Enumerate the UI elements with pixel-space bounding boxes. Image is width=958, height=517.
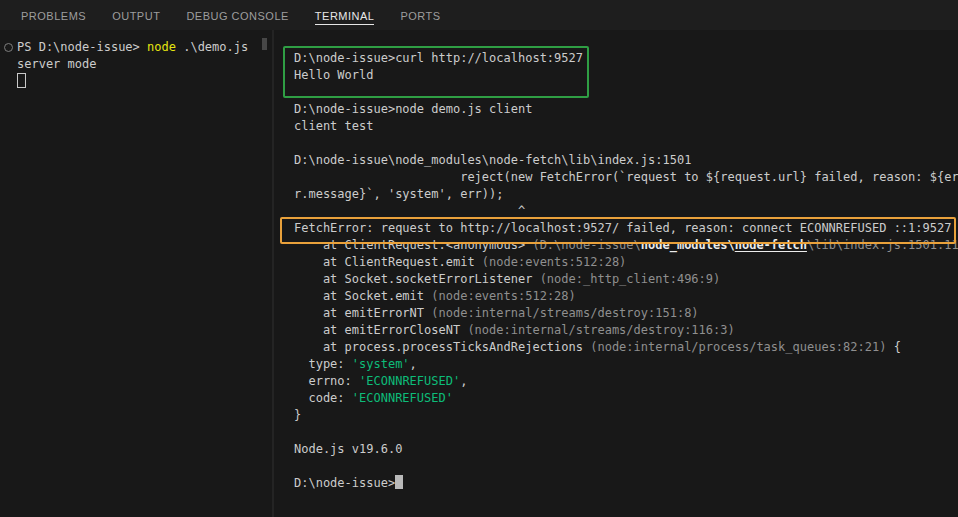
terminal-line: at emitErrorCloseNT (node:internal/strea… [294,322,958,339]
terminal-line: Node.js v19.6.0 [294,441,958,458]
terminal-line [17,73,272,90]
text-segment: at emitErrorNT [294,306,431,320]
text-segment: (node:events:512:28) [431,289,576,303]
terminal-cursor-unfocused [17,73,26,88]
terminal-line: at process.processTicksAndRejections (no… [294,339,958,356]
tab-debug-console[interactable]: DEBUG CONSOLE [173,0,301,30]
error-message-text: FetchError: request to http://localhost:… [294,221,951,235]
terminal-line: at emitErrorNT (node:internal/streams/de… [294,305,958,322]
terminal-line [294,458,958,475]
tab-problems[interactable]: PROBLEMS [8,0,99,30]
right-terminal-pane[interactable]: D:\node-issue>curl http://localhost:9527… [274,30,958,517]
command-decoration-icon[interactable] [4,43,13,52]
property-key: code: [294,391,352,405]
text-segment: (node:internal/streams/destroy:116:3) [467,323,734,337]
terminal-split-container: PS D:\node-issue> node .\demo.js server … [0,30,958,517]
tab-output[interactable]: OUTPUT [99,0,173,30]
node-version-text: Node.js v19.6.0 [294,442,402,456]
text-segment: (node:internal/process/task_queues:82:21… [590,340,886,354]
text-segment: (node:internal/streams/destroy:151:8) [431,306,698,320]
terminal-line [294,135,958,152]
text-segment: reject(new FetchError(`request to ${requ… [294,170,958,184]
text-segment: D:\node-issue\node_modules\node-fetch\li… [294,153,691,167]
left-terminal-pane[interactable]: PS D:\node-issue> node .\demo.js server … [0,30,272,517]
terminal-line: at ClientRequest.<anonymous> (D:\node-is… [294,237,958,254]
prompt-text: D:\node-issue> [294,476,395,490]
text-segment: , [410,357,417,371]
caret-marker: ^ [294,204,525,218]
text-segment: D:\node-issue>node demo.js client [294,102,532,116]
terminal-line: at Socket.emit (node:events:512:28) [294,288,958,305]
text-segment: D:\node-issue>curl http://localhost:9527 [294,51,583,65]
prompt-text: PS D:\node-issue> [17,40,147,54]
text-segment: { [886,340,900,354]
terminal-line: errno: 'ECONNREFUSED', [294,373,958,390]
terminal-line: client test [294,118,958,135]
text-segment: (node:events:512:28) [482,255,627,269]
property-value: 'system' [352,357,410,371]
terminal-line: at Socket.socketErrorListener (node:_htt… [294,271,958,288]
tab-ports[interactable]: PORTS [387,0,453,30]
terminal-line: r.message}`, 'system', err)); [294,186,958,203]
text-segment: node_modules\ [641,238,735,252]
text-segment: at Socket.socketErrorListener [294,272,540,286]
terminal-line: Hello World [294,67,958,84]
text-segment: , [460,374,467,388]
terminal-line: server mode [17,56,272,73]
terminal-line: D:\node-issue\node_modules\node-fetch\li… [294,152,958,169]
text-segment: at emitErrorCloseNT [294,323,467,337]
property-key: errno: [294,374,359,388]
scrollbar-thumb[interactable] [262,38,267,50]
text-segment: at ClientRequest.emit [294,255,482,269]
tab-terminal[interactable]: TERMINAL [302,0,388,30]
terminal-line: at ClientRequest.emit (node:events:512:2… [294,254,958,271]
terminal-line [294,424,958,441]
property-value: 'ECONNREFUSED' [352,391,453,405]
text-segment: \lib\index.js:1501:11) [807,238,958,252]
terminal-cursor [395,475,403,489]
terminal-line: code: 'ECONNREFUSED' [294,390,958,407]
node-fetch-link[interactable]: node-fetch [735,238,807,252]
text-segment: at ClientRequest.<anonymous> [294,238,532,252]
terminal-line: type: 'system', [294,356,958,373]
text-segment: (node:_http_client:496:9) [540,272,721,286]
text-segment: (D:\node-issue\ [532,238,640,252]
terminal-line: PS D:\node-issue> node .\demo.js [17,39,272,56]
terminal-line-fetch-error: FetchError: request to http://localhost:… [294,220,958,237]
command-text: node [147,40,176,54]
text-segment: at process.processTicksAndRejections [294,340,590,354]
terminal-line: D:\node-issue>curl http://localhost:9527 [294,50,958,67]
text-segment: at Socket.emit [294,289,431,303]
text-segment: Hello World [294,68,373,82]
terminal-line: D:\node-issue>node demo.js client [294,101,958,118]
terminal-line [294,84,958,101]
panel-tab-bar: PROBLEMS OUTPUT DEBUG CONSOLE TERMINAL P… [0,0,958,30]
text-segment: r.message}`, 'system', err)); [294,187,504,201]
property-value: 'ECONNREFUSED' [359,374,460,388]
text-segment: } [294,408,301,422]
terminal-line: reject(new FetchError(`request to ${requ… [294,169,958,186]
terminal-line: D:\node-issue> [294,475,958,492]
terminal-line: } [294,407,958,424]
property-key: type: [294,357,352,371]
argument-text: .\demo.js [176,40,248,54]
output-text: server mode [17,57,96,71]
terminal-line: ^ [294,203,958,220]
text-segment: client test [294,119,373,133]
